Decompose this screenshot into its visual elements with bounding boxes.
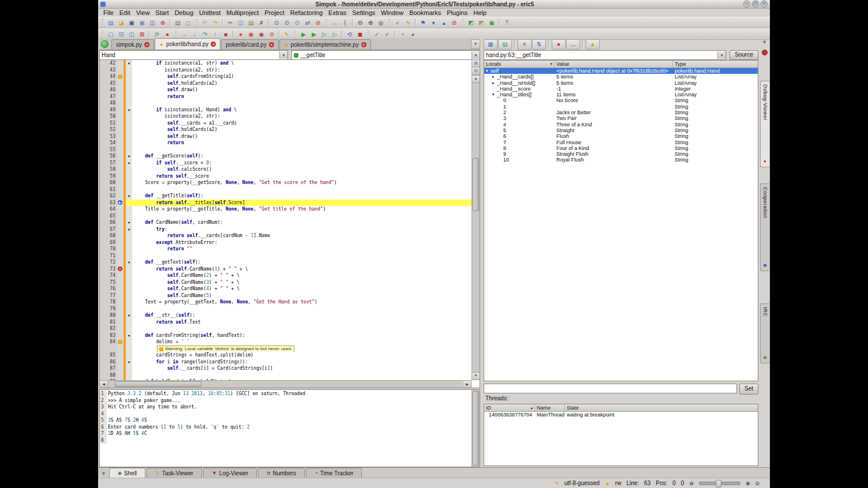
fold-margin[interactable]: ▼ bbox=[126, 160, 132, 167]
help-icon[interactable]: ? bbox=[502, 18, 512, 27]
fold-marker-icon[interactable]: ▼ bbox=[126, 219, 132, 226]
save-as-icon[interactable]: ▣ bbox=[137, 18, 147, 27]
line-number[interactable]: 47 bbox=[100, 93, 117, 100]
fold-marker-icon[interactable]: ▼ bbox=[126, 332, 132, 339]
code-text[interactable]: self.draw() bbox=[132, 87, 472, 93]
thread-row[interactable]: 140063636776704MainThreadwaiting at brea… bbox=[484, 412, 758, 418]
line-number[interactable]: 71 bbox=[100, 253, 117, 260]
locals-row[interactable]: ▾self<pokerlib.hand.Hand object at 0x7f6… bbox=[484, 68, 758, 74]
menu-refactoring[interactable]: Refactoring bbox=[287, 9, 326, 17]
line-number[interactable]: 55 bbox=[100, 147, 117, 153]
locals-row[interactable]: ▸_Hand__isHold[]5 itemsList/Array bbox=[484, 80, 758, 86]
line-number[interactable]: 88 bbox=[100, 372, 117, 379]
marker-margin[interactable] bbox=[117, 312, 124, 319]
marker-margin[interactable] bbox=[117, 100, 124, 107]
scrollbar-thumb[interactable] bbox=[473, 158, 479, 211]
line-number[interactable]: 58 bbox=[100, 166, 117, 173]
remove-split-button[interactable]: ⊟ bbox=[472, 67, 480, 75]
fold-marker-icon[interactable]: ▼ bbox=[126, 153, 132, 160]
toolbar-handle[interactable] bbox=[462, 19, 463, 27]
threads-column-state[interactable]: State bbox=[565, 404, 758, 411]
code-text[interactable]: if self.__score < 0: bbox=[132, 160, 472, 167]
close-tab-icon[interactable]: × bbox=[144, 42, 149, 47]
marker-margin[interactable] bbox=[117, 226, 124, 233]
code-text[interactable]: delims = ' ' bbox=[132, 339, 472, 346]
marker-margin[interactable] bbox=[117, 253, 124, 260]
filter-icon[interactable]: ▼ bbox=[101, 471, 106, 476]
menu-edit[interactable]: Edit bbox=[117, 9, 133, 17]
code-text[interactable]: isinstance(a2, str): bbox=[132, 67, 472, 74]
line-number[interactable]: 68 bbox=[100, 232, 117, 239]
project-save-icon[interactable]: ▣ bbox=[487, 18, 497, 27]
paste-icon[interactable]: ▤ bbox=[246, 18, 256, 27]
bookmark-next-icon[interactable]: ▾ bbox=[428, 18, 439, 27]
fold-margin[interactable]: ▼ bbox=[126, 332, 132, 339]
bottom-tab-log-viewer[interactable]: ▼Log-Viewer bbox=[203, 468, 257, 478]
scrollbar-track[interactable] bbox=[472, 83, 480, 372]
marker-margin[interactable] bbox=[117, 186, 124, 193]
code-text[interactable]: return self.CardName(1) + " " + \ bbox=[132, 266, 472, 273]
line-number[interactable]: 63 bbox=[100, 200, 117, 207]
toolbar-handle[interactable] bbox=[326, 19, 327, 27]
fold-margin[interactable]: ▼ bbox=[126, 193, 132, 200]
marker-margin[interactable]: × bbox=[117, 266, 124, 273]
line-number[interactable]: 46 bbox=[100, 87, 117, 93]
code-text[interactable] bbox=[132, 372, 472, 379]
scrollbar-track[interactable] bbox=[108, 381, 463, 388]
scroll-right-icon[interactable]: ▶ bbox=[463, 381, 472, 388]
debug-location-combo[interactable]: hand.py:63:__getTitle ▾ bbox=[484, 50, 726, 60]
code-text[interactable]: if isinstance(a1, str) and \ bbox=[132, 60, 472, 67]
bookmark-toggle-icon[interactable]: ⚑ bbox=[418, 18, 428, 27]
fold-margin[interactable]: ▼ bbox=[126, 226, 132, 233]
marker-margin[interactable] bbox=[117, 120, 124, 127]
close-tab-icon[interactable]: × bbox=[361, 42, 366, 47]
expander-icon[interactable]: ▾ bbox=[486, 68, 491, 74]
marker-margin[interactable] bbox=[117, 232, 124, 239]
marker-margin[interactable]: ! bbox=[117, 73, 124, 80]
code-text[interactable]: def __str__(self): bbox=[132, 312, 472, 319]
line-number[interactable]: 61 bbox=[100, 186, 117, 193]
marker-margin[interactable] bbox=[117, 93, 124, 100]
code-text[interactable]: self.CardName(4) + " " + \ bbox=[132, 286, 472, 292]
fold-marker-icon[interactable]: ▼ bbox=[126, 259, 132, 266]
code-text[interactable]: self.calcScore() bbox=[132, 166, 472, 173]
marker-margin[interactable] bbox=[117, 239, 124, 246]
code-text[interactable]: return bbox=[132, 93, 472, 100]
marker-margin[interactable] bbox=[117, 292, 124, 299]
menu-view[interactable]: View bbox=[133, 9, 153, 17]
line-number[interactable]: 65 bbox=[100, 213, 117, 220]
expander-icon[interactable]: ▸ bbox=[492, 80, 497, 86]
menu-unittest[interactable]: Unittest bbox=[196, 9, 223, 17]
locals-row[interactable]: 10Royal FlushString bbox=[484, 157, 758, 163]
search-icon[interactable]: ⊙ bbox=[271, 18, 282, 27]
code-text[interactable]: Title = property(__getTitle, None, None,… bbox=[132, 206, 472, 213]
bottom-tab-time-tracker[interactable]: ◔Time Tracker bbox=[306, 468, 362, 478]
locals-row[interactable]: ▸_Hand__cards[]5 itemsList/Array bbox=[484, 74, 758, 80]
scroll-left-icon[interactable]: ◀ bbox=[100, 381, 108, 388]
menu-start[interactable]: Start bbox=[152, 9, 171, 17]
marker-margin[interactable] bbox=[117, 219, 124, 226]
line-number[interactable]: 62 bbox=[100, 193, 117, 200]
code-text[interactable]: self.CardName(5) bbox=[132, 292, 472, 299]
code-text[interactable] bbox=[132, 325, 472, 332]
marker-margin[interactable] bbox=[117, 67, 124, 74]
marker-margin[interactable] bbox=[117, 332, 124, 339]
marker-margin[interactable] bbox=[117, 325, 124, 332]
marker-margin[interactable] bbox=[117, 160, 124, 167]
toolbar-handle[interactable] bbox=[388, 19, 390, 27]
line-number[interactable]: 64 bbox=[100, 206, 117, 213]
code-text[interactable]: self.CardName(2) + " " + \ bbox=[132, 272, 472, 279]
call-trace-icon[interactable]: ⇅ bbox=[532, 39, 546, 50]
shell-text[interactable] bbox=[107, 411, 472, 418]
marker-margin[interactable] bbox=[117, 279, 124, 286]
line-number[interactable]: 76 bbox=[100, 286, 117, 292]
locals-row[interactable]: 6FlushString bbox=[484, 133, 758, 139]
fold-marker-icon[interactable]: ▼ bbox=[126, 226, 132, 233]
line-number[interactable]: 54 bbox=[100, 140, 117, 147]
marker-margin[interactable] bbox=[117, 193, 124, 200]
zoom-slider[interactable] bbox=[699, 482, 740, 485]
code-text[interactable]: return self.__cards[cardNum - 1].Name bbox=[132, 232, 472, 239]
code-text[interactable]: def __getTitle(self): bbox=[132, 193, 472, 200]
shell-text[interactable]: >>> A simple poker game... bbox=[107, 397, 472, 404]
code-text[interactable]: def __getScore(self): bbox=[132, 153, 472, 160]
